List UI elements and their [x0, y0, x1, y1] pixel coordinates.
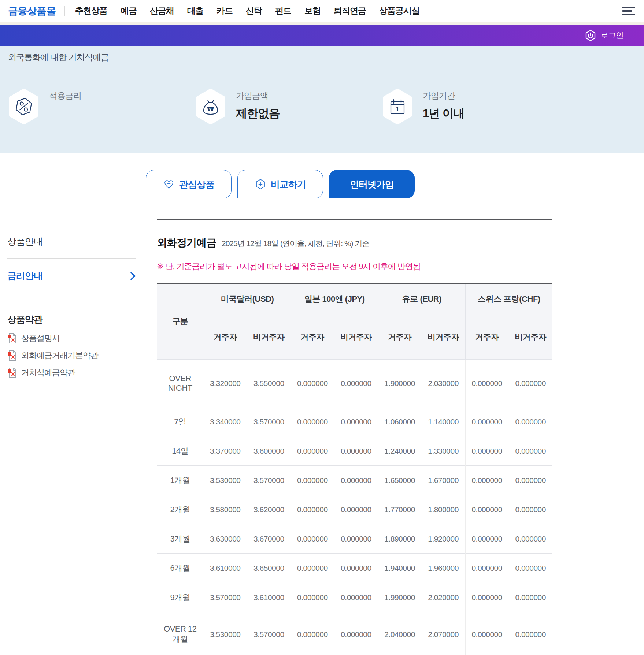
col-header-residency: 비거주자 [421, 315, 466, 360]
rate-cell: 1.900000 [378, 360, 421, 407]
table-row: 2개월3.5800003.6200000.0000000.0000001.770… [157, 495, 552, 524]
gradient-utility-bar: 로그인 [0, 25, 644, 46]
rate-cell: 0.000000 [508, 360, 552, 407]
terms-pdf-link[interactable]: 상품설명서 [7, 333, 136, 344]
nav-item[interactable]: 카드 [216, 5, 233, 16]
rate-cell: 2.030000 [421, 360, 466, 407]
table-row: 9개월3.5700003.6100000.0000000.0000001.990… [157, 583, 552, 612]
row-label: 1개월 [157, 466, 204, 495]
rate-cell: 3.550000 [247, 360, 291, 407]
rate-cell: 0.000000 [465, 466, 508, 495]
sidebar-item-label: 금리안내 [7, 270, 42, 282]
nav-item[interactable]: 추천상품 [75, 5, 107, 16]
hero-item-label: 가입금액 [236, 90, 280, 101]
nav-item[interactable]: 보험 [304, 5, 321, 16]
hero-item-label: 가입기간 [423, 90, 465, 101]
rate-cell: 0.000000 [508, 466, 552, 495]
favorite-button[interactable]: 관심상품 [146, 170, 232, 198]
chevron-right-icon [130, 271, 136, 281]
favorite-label: 관심상품 [179, 178, 214, 190]
nav-item[interactable]: 예금 [121, 5, 137, 16]
col-header-residency: 거주자 [465, 315, 508, 360]
rate-cell: 1.650000 [378, 466, 421, 495]
rate-cell: 0.000000 [291, 495, 334, 524]
col-header-currency: 유로 (EUR) [378, 283, 465, 315]
rate-table: 구분미국달러(USD)일본 100엔 (JPY)유로 (EUR)스위스 프랑(C… [157, 283, 552, 655]
rate-cell: 0.000000 [291, 583, 334, 612]
table-caption: 2025년 12월 18일 (연이율, 세전, 단위: %) 기준 [222, 238, 369, 249]
terms-title: 상품약관 [7, 313, 136, 325]
nav-item[interactable]: 신탁 [246, 5, 262, 16]
hexagon-plus-icon [255, 178, 266, 190]
col-header-currency: 미국달러(USD) [204, 283, 291, 315]
rate-cell: 3.570000 [204, 583, 247, 612]
compare-button[interactable]: 비교하기 [237, 170, 323, 198]
terms-pdf-link[interactable]: 거치식예금약관 [7, 367, 136, 378]
logo-divider [64, 6, 65, 16]
rate-cell: 0.000000 [291, 612, 334, 655]
hero-item-value: 제한없음 [236, 106, 280, 121]
col-header-currency: 일본 100엔 (JPY) [291, 283, 378, 315]
content-area: 외화정기예금 2025년 12월 18일 (연이율, 세전, 단위: %) 기준… [157, 219, 552, 655]
col-header-residency: 비거주자 [247, 315, 291, 360]
rate-cell: 0.000000 [291, 524, 334, 554]
rate-cell: 3.650000 [247, 554, 291, 583]
table-row: OVER 12개월3.5300003.5700000.0000000.00000… [157, 612, 552, 655]
login-label: 로그인 [600, 30, 623, 41]
rate-cell: 2.070000 [421, 612, 466, 655]
rate-cell: 0.000000 [334, 524, 378, 554]
sidebar-item-label: 상품안내 [7, 235, 42, 248]
rate-cell: 3.630000 [204, 524, 247, 554]
rate-cell: 3.570000 [247, 466, 291, 495]
rate-cell: 1.800000 [421, 495, 466, 524]
pdf-icon [7, 350, 16, 361]
row-label: 6개월 [157, 554, 204, 583]
rate-cell: 0.000000 [465, 583, 508, 612]
table-row: 14일3.3700003.6000000.0000000.0000001.240… [157, 436, 552, 466]
rate-cell: 0.000000 [508, 495, 552, 524]
hamburger-menu-icon[interactable] [622, 6, 635, 16]
rate-cell: 2.040000 [378, 612, 421, 655]
sidebar-item-rate-guide[interactable]: 금리안내 [7, 259, 136, 294]
rate-cell: 0.000000 [465, 495, 508, 524]
rate-cell: 0.000000 [508, 583, 552, 612]
row-label: 3개월 [157, 524, 204, 554]
rate-cell: 0.000000 [508, 554, 552, 583]
nav-item[interactable]: 펀드 [275, 5, 291, 16]
rate-cell: 1.240000 [378, 436, 421, 466]
rate-cell: 0.000000 [334, 583, 378, 612]
rate-cell: 1.670000 [421, 466, 466, 495]
terms-pdf-label: 상품설명서 [21, 333, 60, 344]
rate-cell: 0.000000 [334, 466, 378, 495]
row-label: 7일 [157, 407, 204, 436]
internet-join-button[interactable]: 인터넷가입 [329, 170, 415, 198]
nav-item[interactable]: 상품공시실 [379, 5, 419, 16]
terms-pdf-label: 거치식예금약관 [21, 367, 75, 378]
nav-item[interactable]: 퇴직연금 [334, 5, 366, 16]
sidebar-item-product-guide[interactable]: 상품안내 [7, 234, 136, 259]
product-subtitle: 외국통화에 대한 거치식예금 [8, 52, 636, 63]
rate-cell: 3.570000 [247, 612, 291, 655]
rate-cell: 0.000000 [334, 436, 378, 466]
rate-cell: 0.000000 [334, 554, 378, 583]
hero-item-amount: ₩ 가입금액 제한없음 [195, 88, 382, 124]
rate-cell: 3.530000 [204, 466, 247, 495]
site-logo[interactable]: 금융상품몰 [8, 4, 56, 18]
terms-pdf-link[interactable]: 외화예금거래기본약관 [7, 350, 136, 361]
row-label: OVER 12개월 [157, 612, 204, 655]
pdf-icon [7, 367, 16, 378]
nav-item[interactable]: 대출 [187, 5, 203, 16]
rate-cell: 0.000000 [465, 360, 508, 407]
rate-cell: 0.000000 [465, 436, 508, 466]
rate-cell: 0.000000 [334, 495, 378, 524]
table-row: 3개월3.6300003.6700000.0000000.0000001.890… [157, 524, 552, 554]
row-label: 14일 [157, 436, 204, 466]
hero-item-label: 적용금리 [49, 90, 81, 101]
rate-cell: 0.000000 [334, 612, 378, 655]
col-header-currency: 스위스 프랑(CHF) [465, 283, 552, 315]
nav-item[interactable]: 산금채 [150, 5, 174, 16]
main-nav: 추천상품예금산금채대출카드신탁펀드보험퇴직연금상품공시실 [75, 5, 419, 16]
login-button[interactable]: 로그인 [585, 30, 623, 41]
top-header: 금융상품몰 추천상품예금산금채대출카드신탁펀드보험퇴직연금상품공시실 [0, 0, 644, 25]
rate-cell: 1.770000 [378, 495, 421, 524]
